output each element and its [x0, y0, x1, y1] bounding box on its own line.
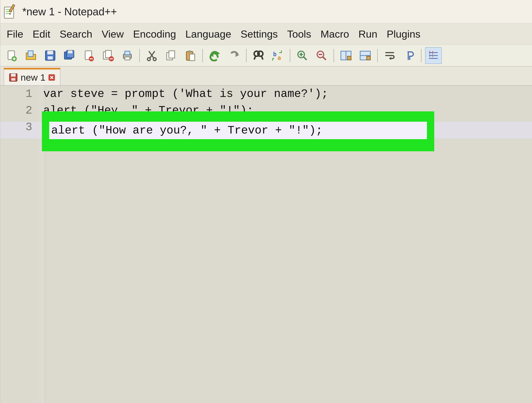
highlight-code: alert ("How are you?, " + Trevor + "!");	[51, 124, 323, 137]
svg-rect-10	[47, 51, 53, 55]
indent-guide-icon[interactable]	[425, 47, 442, 64]
menu-settings[interactable]: Settings	[239, 27, 279, 41]
svg-rect-53	[11, 78, 15, 81]
code-line[interactable]: var steve = prompt ('What is your name?'…	[38, 86, 328, 102]
find-icon[interactable]	[250, 47, 267, 64]
line-number: 2	[0, 102, 38, 119]
print-icon[interactable]	[119, 47, 136, 64]
menu-bar: File Edit Search View Encoding Language …	[0, 23, 532, 45]
svg-text:b: b	[273, 51, 277, 57]
window-title: *new 1 - Notepad++	[22, 6, 117, 18]
svg-rect-22	[125, 57, 130, 60]
cut-icon[interactable]	[144, 47, 160, 64]
menu-language[interactable]: Language	[184, 27, 233, 41]
menu-run[interactable]: Run	[357, 27, 379, 41]
menu-file[interactable]: File	[5, 27, 25, 41]
toolbar-separator	[202, 49, 203, 62]
svg-text:a: a	[278, 55, 281, 61]
svg-rect-21	[125, 51, 130, 55]
svg-rect-41	[348, 56, 351, 60]
new-file-icon[interactable]	[3, 47, 20, 64]
tutorial-highlight: alert ("How are you?, " + Trevor + "!");	[42, 111, 434, 151]
zoom-out-icon[interactable]	[313, 47, 330, 64]
unsaved-icon	[9, 73, 18, 82]
svg-rect-29	[190, 54, 195, 61]
toolbar-separator	[334, 49, 334, 62]
line-number: 1	[0, 86, 38, 102]
menu-search[interactable]: Search	[58, 27, 94, 41]
replace-icon[interactable]: ba	[270, 47, 286, 64]
copy-icon[interactable]	[163, 47, 179, 64]
menu-macro[interactable]: Macro	[319, 27, 351, 41]
close-all-icon[interactable]	[100, 47, 116, 64]
tab-strip: new 1	[0, 67, 532, 86]
menu-view[interactable]: View	[100, 27, 125, 41]
svg-rect-8	[28, 51, 33, 57]
close-icon[interactable]	[48, 74, 55, 81]
svg-rect-26	[169, 51, 175, 58]
paste-icon[interactable]	[182, 47, 199, 64]
editor-area[interactable]: 1 var steve = prompt ('What is your name…	[0, 86, 532, 403]
line-row: 1 var steve = prompt ('What is your name…	[0, 86, 532, 102]
svg-rect-14	[68, 50, 72, 53]
app-window: *new 1 - Notepad++ File Edit Search View…	[0, 0, 532, 403]
show-all-chars-icon[interactable]	[401, 47, 417, 64]
zoom-in-icon[interactable]	[294, 47, 310, 64]
title-bar: *new 1 - Notepad++	[0, 0, 532, 23]
toolbar-separator	[377, 49, 378, 62]
word-wrap-icon[interactable]	[381, 47, 398, 64]
menu-tools[interactable]: Tools	[285, 27, 313, 41]
menu-encoding[interactable]: Encoding	[131, 27, 178, 41]
svg-point-24	[153, 58, 156, 61]
close-file-icon[interactable]	[81, 47, 97, 64]
highlight-inner: alert ("How are you?, " + Trevor + "!");	[49, 122, 427, 139]
undo-icon[interactable]	[207, 47, 223, 64]
toolbar-separator	[139, 49, 140, 62]
app-icon	[2, 4, 18, 20]
svg-rect-11	[48, 56, 53, 60]
svg-marker-45	[389, 57, 391, 60]
open-file-icon[interactable]	[23, 47, 39, 64]
toolbar: ba	[0, 45, 532, 67]
toolbar-separator	[290, 49, 290, 62]
toolbar-separator	[421, 49, 421, 62]
save-file-icon[interactable]	[42, 47, 58, 64]
tab-active[interactable]: new 1	[4, 68, 60, 85]
tab-label: new 1	[21, 72, 45, 83]
menu-plugins[interactable]: Plugins	[385, 27, 422, 41]
toolbar-separator	[246, 49, 247, 62]
menu-edit[interactable]: Edit	[31, 27, 52, 41]
svg-rect-44	[367, 56, 370, 60]
svg-rect-52	[11, 74, 16, 77]
redo-icon[interactable]	[226, 47, 242, 64]
sync-horizontal-icon[interactable]	[357, 47, 374, 64]
sync-vertical-icon[interactable]	[338, 47, 354, 64]
line-number: 3	[0, 119, 38, 136]
svg-rect-28	[188, 50, 191, 52]
save-all-icon[interactable]	[61, 47, 78, 64]
svg-point-23	[147, 58, 151, 61]
